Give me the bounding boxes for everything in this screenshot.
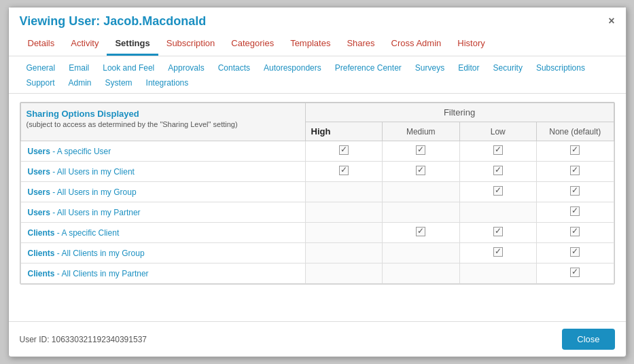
sub-tab-autoresponders[interactable]: Autoresponders — [257, 60, 328, 75]
cell-low — [459, 243, 536, 263]
table-row: Clients - A specific Client — [20, 223, 614, 243]
checkbox-checked — [339, 166, 349, 175]
modal-body: Sharing Options Displayed (subject to ac… — [9, 94, 626, 321]
cell-none — [536, 202, 614, 223]
checkbox-checked — [570, 247, 580, 257]
sub-tab-general[interactable]: General — [20, 60, 63, 75]
checkbox-checked — [570, 145, 580, 155]
checkbox-checked — [339, 145, 349, 155]
checkbox-checked — [570, 268, 580, 277]
cell-low — [459, 182, 536, 202]
row-label: Users - All Users in my Client — [20, 162, 305, 182]
cell-high — [305, 182, 382, 202]
cell-low — [459, 141, 536, 162]
checkbox-checked — [416, 166, 425, 175]
table-container: Sharing Options Displayed (subject to ac… — [20, 102, 615, 285]
sub-tab-support[interactable]: Support — [20, 75, 62, 90]
table-row: Clients - All Clients in my Group — [20, 243, 614, 263]
modal-overlay: Viewing User: Jacob.Macdonald × DetailsA… — [0, 0, 634, 364]
checkbox-checked — [493, 227, 503, 236]
close-icon[interactable]: × — [608, 16, 614, 26]
checkbox-checked — [416, 145, 425, 155]
checkbox-checked — [416, 227, 425, 236]
filtering-header: Filtering — [305, 103, 614, 122]
row-label: Users - A specific User — [20, 141, 305, 162]
cell-high — [305, 263, 382, 284]
close-button[interactable]: Close — [562, 329, 614, 350]
table-row: Users - All Users in my Partner — [20, 202, 614, 223]
cell-none — [536, 223, 614, 243]
sub-tab-email[interactable]: Email — [62, 60, 96, 75]
col-header-medium: Medium — [383, 122, 459, 141]
cell-low — [459, 263, 536, 284]
user-id: User ID: 106330321192340391537 — [20, 335, 147, 344]
cell-high — [305, 141, 382, 162]
table-row: Users - All Users in my Group — [20, 182, 614, 202]
modal-header: Viewing User: Jacob.Macdonald × — [9, 7, 626, 33]
cell-none — [536, 182, 614, 202]
cell-medium — [383, 202, 459, 223]
sharing-options-header: Sharing Options Displayed (subject to ac… — [27, 109, 300, 129]
col-header-high: High — [305, 122, 382, 141]
checkbox-checked — [570, 166, 580, 175]
tab-templates[interactable]: Templates — [282, 33, 338, 56]
sub-tab-security[interactable]: Security — [487, 60, 529, 75]
sub-tab-admin[interactable]: Admin — [62, 75, 99, 90]
row-label: Clients - All Clients in my Partner — [20, 263, 305, 284]
checkbox-checked — [493, 247, 503, 257]
cell-none — [536, 243, 614, 263]
tab-history[interactable]: History — [449, 33, 493, 56]
cell-medium — [383, 162, 459, 182]
tab-settings[interactable]: Settings — [107, 33, 158, 56]
table-row: Users - All Users in my Client — [20, 162, 614, 182]
sub-tab-contacts[interactable]: Contacts — [211, 60, 257, 75]
cell-high — [305, 162, 382, 182]
checkbox-checked — [570, 206, 580, 216]
tabs-row: DetailsActivitySettingsSubscriptionCateg… — [9, 33, 626, 56]
row-label: Clients - All Clients in my Group — [20, 243, 305, 263]
sharing-table: Sharing Options Displayed (subject to ac… — [20, 103, 614, 284]
tab-cross-admin[interactable]: Cross Admin — [383, 33, 450, 56]
sub-tab-editor[interactable]: Editor — [451, 60, 486, 75]
checkbox-checked — [570, 227, 580, 236]
cell-medium — [383, 243, 459, 263]
modal-footer: User ID: 106330321192340391537 Close — [9, 321, 626, 357]
sub-tab-subscriptions[interactable]: Subscriptions — [529, 60, 592, 75]
cell-low — [459, 162, 536, 182]
sub-tab-look-and-feel[interactable]: Look and Feel — [96, 60, 161, 75]
tab-activity[interactable]: Activity — [63, 33, 107, 56]
table-row: Clients - All Clients in my Partner — [20, 263, 614, 284]
sub-tab-approvals[interactable]: Approvals — [161, 60, 211, 75]
cell-low — [459, 202, 536, 223]
sub-tab-surveys[interactable]: Surveys — [408, 60, 451, 75]
cell-high — [305, 243, 382, 263]
checkbox-checked — [493, 166, 503, 175]
tab-shares[interactable]: Shares — [338, 33, 383, 56]
sub-tab-preference-center[interactable]: Preference Center — [328, 60, 408, 75]
checkbox-checked — [570, 186, 580, 196]
cell-medium — [383, 263, 459, 284]
sub-tabs-row: GeneralEmailLook and FeelApprovalsContac… — [9, 56, 626, 94]
table-row: Users - A specific User — [20, 141, 614, 162]
cell-high — [305, 223, 382, 243]
cell-none — [536, 141, 614, 162]
sub-tab-integrations[interactable]: Integrations — [139, 75, 196, 90]
sub-tab-system[interactable]: System — [99, 75, 139, 90]
modal: Viewing User: Jacob.Macdonald × DetailsA… — [8, 7, 627, 357]
checkbox-checked — [493, 145, 503, 155]
tab-categories[interactable]: Categories — [223, 33, 282, 56]
cell-none — [536, 162, 614, 182]
col-header-none-(default): None (default) — [536, 122, 614, 141]
modal-title: Viewing User: Jacob.Macdonald — [20, 14, 207, 33]
cell-medium — [383, 141, 459, 162]
tab-subscription[interactable]: Subscription — [158, 33, 224, 56]
tab-details[interactable]: Details — [20, 33, 63, 56]
row-label: Clients - A specific Client — [20, 223, 305, 243]
cell-high — [305, 202, 382, 223]
row-label: Users - All Users in my Partner — [20, 202, 305, 223]
cell-low — [459, 223, 536, 243]
cell-medium — [383, 223, 459, 243]
col-header-low: Low — [459, 122, 536, 141]
cell-medium — [383, 182, 459, 202]
checkbox-checked — [493, 186, 503, 196]
